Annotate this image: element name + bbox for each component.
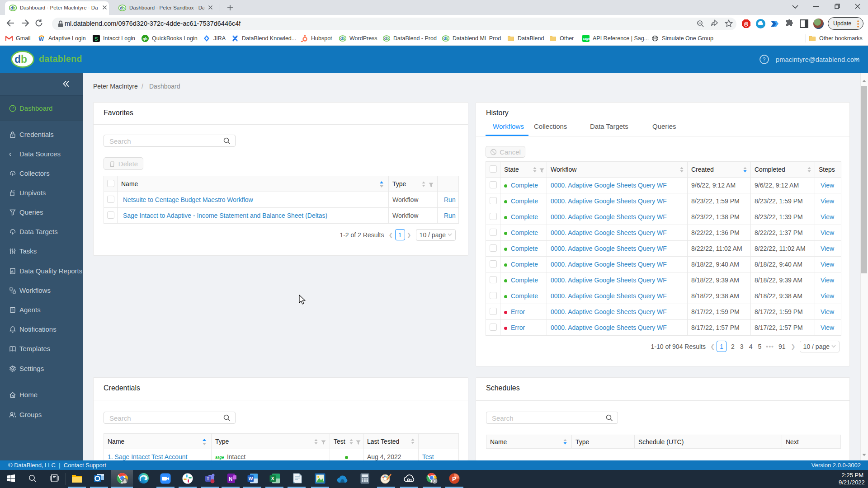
svg-text:b: b [21, 53, 27, 65]
svg-text:X: X [271, 475, 274, 481]
svg-text:b: b [387, 36, 389, 41]
svg-text:b: b [122, 5, 125, 10]
svg-text:d: d [14, 53, 21, 65]
svg-text:sage: sage [583, 37, 590, 41]
svg-text:T: T [207, 476, 209, 481]
svg-text:S: S [94, 36, 98, 42]
svg-text:P: P [452, 475, 456, 482]
svg-text:b: b [343, 36, 345, 41]
svg-text:N: N [229, 476, 232, 482]
svg-text:?: ? [763, 56, 766, 63]
svg-text:W: W [249, 475, 253, 481]
svg-text:sage: sage [215, 455, 224, 460]
svg-text:b: b [13, 5, 15, 10]
svg-text:W: W [39, 36, 44, 42]
svg-text:qb: qb [143, 37, 147, 41]
svg-text:b: b [446, 36, 448, 41]
